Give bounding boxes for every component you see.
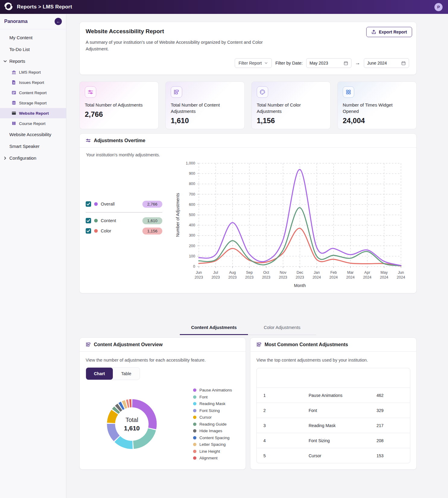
donut-legend-item: Letter Spacing [193,442,232,447]
svg-text:Jun: Jun [398,270,404,275]
donut-total-label: Total [126,417,138,423]
divider [86,212,162,212]
sidebar-item-reports[interactable]: Reports [0,55,66,67]
donut-legend-item: Font [193,395,232,399]
legend-label: Letter Spacing [199,442,226,447]
sidebar-item-lms-report[interactable]: LMS Report [0,67,66,77]
legend-dot-icon [193,443,196,446]
chevron-down-icon [264,61,268,65]
legend-dot-icon [193,429,196,433]
stat-value: 2,766 [85,110,153,119]
arrow-left-icon: ← [56,19,60,24]
chart-legend: Overall 2,766 Content 1,610 Color 1,156 [80,157,170,289]
svg-text:500: 500 [189,213,195,217]
toggle-table-button[interactable]: Table [113,368,140,380]
section-title: Content Adjustment Overview [94,342,163,347]
svg-text:300: 300 [189,233,195,238]
sidebar-item-todo-list[interactable]: To-Do List [0,43,66,55]
overall-dot-icon [94,202,98,206]
section-title: Most Common Content Adjustments [265,342,348,347]
table-row: 4Font Sizing208 [257,433,410,448]
chart-table-toggle: Chart Table [86,367,140,380]
sidebar-item-storage-report[interactable]: Storage Report [0,98,66,108]
calendar-icon [344,61,348,65]
sidebar-item-course-report[interactable]: Course Report [0,118,66,129]
sidebar-collapse-button[interactable]: ← [55,18,62,25]
legend-label: Alignment [199,456,218,460]
legend-label: Pause Animations [199,388,232,392]
legend-label: Font Sizing [199,408,220,413]
filter-by-date-label: Filter by Date: [275,61,303,65]
section-title: Adjustments Overtime [94,138,145,143]
svg-text:Jul: Jul [213,270,218,275]
date-from-input[interactable]: May 2023 [306,58,351,68]
line-chart: 01002003004005006007008009001,000Jun2023… [170,159,408,289]
svg-text:2024: 2024 [363,275,371,279]
sidebar-item-website-report[interactable]: Website Report [0,108,66,118]
overall-count-badge: 2,766 [142,201,162,208]
svg-text:May: May [380,270,388,275]
overall-checkbox[interactable] [86,201,91,207]
donut-legend-item: Reading Mask [193,401,232,406]
legend-dot-icon [193,388,196,392]
sidebar-item-website-accessibility[interactable]: Website Accessibility [0,129,66,140]
legend-row-color: Color 1,156 [86,226,170,236]
sidebar-item-issues-report[interactable]: Issues Report [0,77,66,88]
tab-content-adjustments[interactable]: Content Adjustments [180,321,248,335]
donut-segment [115,409,117,411]
chart-subtitle: Your institution's monthly adjustments. [80,148,416,157]
user-avatar[interactable]: P [434,3,443,11]
date-to-input[interactable]: June 2024 [364,58,409,68]
legend-dot-icon [193,416,196,419]
filter-report-dropdown[interactable]: Filter Report [235,58,272,68]
export-report-button[interactable]: Export Report [366,27,412,37]
layout-rows-icon [171,86,182,98]
legend-dot-icon [193,436,196,439]
color-count-badge: 1,156 [142,228,162,235]
svg-text:Month: Month [294,283,306,288]
svg-text:2023: 2023 [211,275,220,279]
sidebar-item-configuration[interactable]: Configuration [0,152,66,164]
sidebar-item-my-content[interactable]: My Content [0,32,66,43]
color-dot-icon [94,229,98,233]
donut-segment [118,407,120,409]
sidebar-item-smart-speaker[interactable]: Smart Speaker [0,140,66,152]
arrow-right-icon: → [355,60,360,66]
svg-text:2023: 2023 [228,275,237,279]
page-description: A summary of your institution's use of W… [86,39,264,52]
sidebar: Panorama ← My Content To-Do List Reports… [0,14,66,498]
content-checkbox[interactable] [86,218,91,223]
toggle-chart-button[interactable]: Chart [86,368,113,380]
table-row: 2Font329 [257,403,410,418]
legend-row-content: Content 1,610 [86,215,170,226]
svg-text:Dec: Dec [297,270,303,275]
donut-segment [127,404,129,404]
export-icon [371,30,376,34]
svg-text:Sep: Sep [246,270,253,275]
svg-text:Nov: Nov [280,270,287,275]
main-content: Website Accessibility Report A summary o… [66,14,448,479]
donut-chart: Total 1,610 [97,389,167,459]
donut-legend-item: Hide Images [193,429,232,433]
book-icon [11,121,16,126]
svg-text:Apr: Apr [364,270,370,275]
tab-color-adjustments[interactable]: Color Adjustments [248,321,316,335]
database-icon [11,101,16,105]
svg-text:200: 200 [189,244,195,248]
legend-label: Cursor [199,415,212,420]
svg-text:2024: 2024 [380,275,388,279]
donut-segment [111,412,115,423]
svg-text:2023: 2023 [279,275,287,279]
svg-text:2024: 2024 [313,275,321,279]
svg-text:1,000: 1,000 [186,161,195,165]
svg-text:Aug: Aug [229,270,236,275]
table-row: 3Reading Mask217 [257,418,410,433]
palette-icon [257,86,268,98]
legend-label: Font [199,395,208,399]
sidebar-item-content-report[interactable]: Content Report [0,88,66,98]
donut-segment [133,429,152,445]
color-checkbox[interactable] [86,228,91,234]
svg-text:2023: 2023 [296,275,304,279]
legend-label: Line Height [199,449,220,454]
donut-legend-item: Reading Guide [193,422,232,426]
